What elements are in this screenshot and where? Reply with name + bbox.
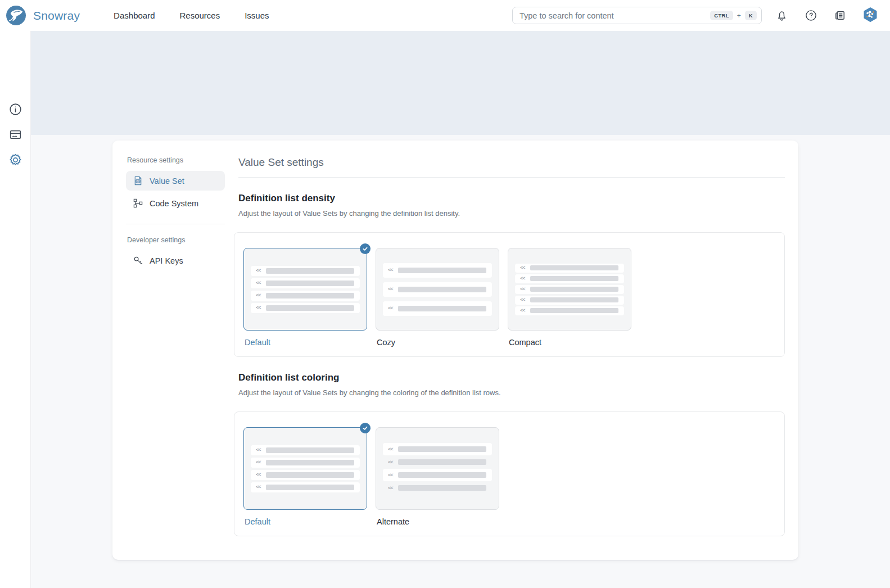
settings-gear-icon bbox=[8, 153, 22, 167]
shortcut-plus: + bbox=[737, 12, 741, 20]
preview-row: << bbox=[251, 266, 360, 276]
preview-row-list: <<<<<< bbox=[383, 263, 492, 316]
option-tile-compact[interactable]: <<<<<<<<<< bbox=[508, 248, 631, 331]
settings-card: Resource settingsVSValue SetCode SystemD… bbox=[112, 141, 798, 560]
notifications-button[interactable] bbox=[772, 6, 791, 25]
header-right: CTRL + K bbox=[512, 6, 880, 25]
global-search[interactable]: CTRL + K bbox=[512, 7, 762, 24]
collapse-chevrons: << bbox=[520, 297, 525, 302]
preview-row: << bbox=[251, 278, 360, 288]
sidebar-item-api-keys[interactable]: API Keys bbox=[126, 251, 225, 270]
option-label: Default bbox=[243, 517, 367, 526]
preview-row: << bbox=[383, 282, 492, 297]
placeholder-bar bbox=[398, 472, 486, 478]
sidebar-item-label: Code System bbox=[150, 199, 198, 208]
nav-group-label: Developer settings bbox=[127, 236, 225, 244]
help-button[interactable] bbox=[801, 6, 820, 25]
api-key-icon bbox=[133, 255, 143, 266]
preview-row: << bbox=[251, 458, 360, 468]
rail-settings-button[interactable] bbox=[8, 153, 22, 168]
collapse-chevrons: << bbox=[388, 268, 393, 273]
option-label: Compact bbox=[508, 338, 631, 347]
collapse-chevrons: << bbox=[256, 485, 261, 490]
selected-check-icon bbox=[360, 423, 371, 433]
info-icon bbox=[8, 102, 22, 116]
news-icon bbox=[834, 9, 847, 22]
collapse-chevrons: << bbox=[520, 276, 525, 281]
news-button[interactable] bbox=[830, 6, 850, 25]
section-description: Adjust the layout of Value Sets by chang… bbox=[238, 388, 785, 397]
user-avatar[interactable] bbox=[861, 6, 880, 25]
brand-logo[interactable]: Snowray bbox=[6, 5, 80, 26]
section-definition-list-coloring: Definition list coloringAdjust the layou… bbox=[238, 372, 785, 536]
collapse-chevrons: << bbox=[256, 293, 261, 298]
nav-group-label: Resource settings bbox=[127, 156, 225, 164]
sidebar-item-value-set[interactable]: VSValue Set bbox=[126, 171, 225, 191]
collapse-chevrons: << bbox=[388, 486, 393, 491]
placeholder-bar bbox=[266, 305, 354, 311]
divider bbox=[126, 224, 225, 224]
preview-row: << bbox=[515, 264, 624, 273]
shortcut-ctrl-key: CTRL bbox=[710, 11, 733, 21]
placeholder-bar bbox=[266, 447, 354, 453]
collapse-chevrons: << bbox=[388, 460, 393, 465]
settings-nav: Resource settingsVSValue SetCode SystemD… bbox=[126, 156, 225, 560]
preview-row: << bbox=[515, 306, 624, 315]
collapse-chevrons: << bbox=[256, 268, 261, 273]
left-rail bbox=[0, 31, 31, 588]
sidebar-item-label: API Keys bbox=[150, 256, 183, 265]
preview-row: << bbox=[515, 274, 624, 283]
settings-content: Value Set settings Definition list densi… bbox=[238, 156, 785, 560]
option-tile-default[interactable]: <<<<<<<< bbox=[243, 427, 367, 510]
preview-row: << bbox=[251, 470, 360, 480]
sections-container: Definition list densityAdjust the layout… bbox=[238, 193, 785, 536]
collapse-chevrons: << bbox=[388, 447, 393, 452]
sidebar-item-code-system[interactable]: Code System bbox=[126, 193, 225, 213]
nav-link-resources[interactable]: Resources bbox=[180, 11, 220, 20]
placeholder-bar bbox=[266, 293, 354, 298]
collapse-chevrons: << bbox=[256, 305, 261, 310]
placeholder-bar bbox=[530, 287, 618, 292]
placeholder-bar bbox=[398, 446, 486, 452]
preview-row-list: <<<<<<<<<< bbox=[515, 264, 624, 315]
collapse-chevrons: << bbox=[256, 472, 261, 477]
option-definition-list-density-compact: <<<<<<<<<<Compact bbox=[508, 248, 631, 347]
preview-row: << bbox=[251, 303, 360, 313]
bell-icon bbox=[775, 9, 788, 22]
option-tile-alternate[interactable]: <<<<<<<< bbox=[376, 427, 499, 510]
rail-info-button[interactable] bbox=[8, 102, 22, 117]
billing-card-icon bbox=[8, 128, 22, 142]
nav-link-issues[interactable]: Issues bbox=[245, 11, 269, 20]
option-label: Cozy bbox=[376, 338, 499, 347]
placeholder-bar bbox=[530, 308, 618, 313]
option-tile-default[interactable]: <<<<<<<< bbox=[243, 248, 367, 331]
placeholder-bar bbox=[398, 306, 486, 311]
option-tile-cozy[interactable]: <<<<<< bbox=[376, 248, 499, 331]
preview-row: << bbox=[383, 469, 492, 481]
placeholder-bar bbox=[530, 276, 618, 281]
snowray-logo-icon bbox=[6, 5, 26, 26]
nav-link-dashboard[interactable]: Dashboard bbox=[114, 11, 155, 20]
option-label: Default bbox=[243, 338, 367, 347]
page-title: Value Set settings bbox=[238, 156, 785, 169]
collapse-chevrons: << bbox=[520, 287, 525, 292]
option-group-card: <<<<<<<<Default<<<<<<Cozy<<<<<<<<<<Compa… bbox=[234, 232, 785, 357]
placeholder-bar bbox=[530, 297, 618, 302]
search-input[interactable] bbox=[519, 11, 707, 20]
placeholder-bar bbox=[398, 459, 486, 465]
value-set-document-icon: VS bbox=[133, 175, 143, 186]
preview-row: << bbox=[383, 301, 492, 316]
placeholder-bar bbox=[266, 281, 354, 286]
preview-row: << bbox=[383, 456, 492, 468]
rail-billing-button[interactable] bbox=[8, 128, 22, 142]
avatar-hexagon-icon bbox=[862, 6, 879, 23]
section-definition-list-density: Definition list densityAdjust the layout… bbox=[238, 193, 785, 357]
help-icon bbox=[805, 9, 817, 22]
preview-row: << bbox=[383, 263, 492, 278]
placeholder-bar bbox=[398, 485, 486, 491]
placeholder-bar bbox=[398, 287, 486, 292]
placeholder-bar bbox=[398, 268, 486, 273]
placeholder-bar bbox=[530, 265, 618, 270]
code-system-hierarchy-icon bbox=[133, 198, 143, 209]
placeholder-bar bbox=[266, 472, 354, 478]
